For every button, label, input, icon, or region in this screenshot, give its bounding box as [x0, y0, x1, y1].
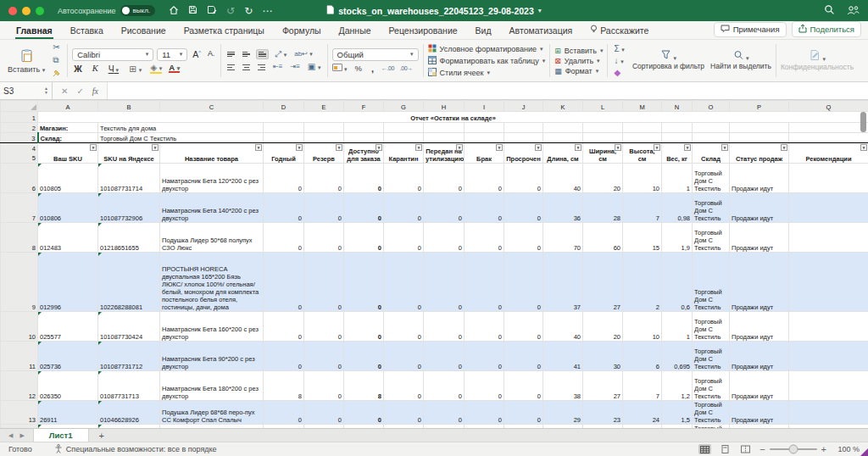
filter-button[interactable]: ▾: [721, 144, 728, 151]
format-as-table-button[interactable]: Форматировать как таблицу▾: [428, 56, 546, 66]
column-header-Q[interactable]: Q: [789, 101, 868, 112]
ribbon-tab-4[interactable]: Формулы: [281, 22, 322, 39]
column-title-3[interactable]: Годный▾: [264, 143, 304, 164]
cell[interactable]: 025736: [38, 342, 98, 371]
cell[interactable]: 0: [504, 253, 543, 312]
confirm-entry-icon[interactable]: ✓: [76, 86, 83, 96]
row-header-partial[interactable]: [1, 425, 38, 429]
format-painter-icon[interactable]: [51, 68, 63, 80]
ribbon-tab-7[interactable]: Вид: [475, 22, 492, 39]
cell[interactable]: 70: [543, 223, 583, 253]
undo-icon[interactable]: ↺: [226, 6, 235, 16]
cell[interactable]: Продажи идут: [730, 312, 789, 342]
column-header-L[interactable]: L: [583, 101, 623, 112]
merge-center-button[interactable]: ▣ ▾: [306, 62, 323, 72]
add-sheet-button[interactable]: +: [89, 429, 114, 442]
filter-button[interactable]: ▾: [781, 144, 787, 151]
align-center-button[interactable]: [241, 63, 252, 72]
cell[interactable]: 0: [344, 342, 384, 371]
cell[interactable]: 26911: [38, 401, 98, 425]
conditional-formatting-button[interactable]: Условное форматирование▾: [428, 44, 546, 54]
cell[interactable]: Торговый Дом С Текстиль: [693, 253, 730, 312]
shrink-font-button[interactable]: Aˇ: [206, 49, 216, 59]
cell[interactable]: 0,695: [662, 342, 693, 371]
cell[interactable]: 0: [504, 312, 543, 342]
page-layout-view-button[interactable]: [719, 444, 732, 454]
cell[interactable]: [583, 425, 623, 429]
cell[interactable]: 0: [504, 401, 543, 425]
zoom-slider-knob[interactable]: [788, 445, 798, 454]
cell[interactable]: 0: [384, 371, 424, 401]
share-people-icon[interactable]: [847, 3, 860, 19]
cell[interactable]: 6: [623, 342, 662, 371]
cell[interactable]: [623, 123, 662, 133]
filter-button[interactable]: ▾: [654, 144, 660, 151]
column-header-A[interactable]: A: [38, 101, 98, 112]
cell[interactable]: [424, 123, 465, 133]
column-header-O[interactable]: O: [693, 101, 730, 112]
fill-button[interactable]: ↓ ▾: [612, 56, 626, 66]
cell[interactable]: [789, 253, 868, 312]
meta-value[interactable]: Текстиль для дома: [98, 123, 264, 133]
cell[interactable]: 0: [424, 371, 465, 401]
cell[interactable]: 0: [384, 253, 424, 312]
search-icon[interactable]: [824, 3, 835, 19]
cell[interactable]: 0: [304, 193, 344, 223]
cell[interactable]: [264, 133, 304, 143]
cell[interactable]: [543, 133, 583, 143]
column-title-5[interactable]: Доступно для заказа▾: [344, 143, 384, 164]
cell[interactable]: 0: [465, 371, 504, 401]
cell[interactable]: 1,5: [662, 401, 693, 425]
cell[interactable]: 0: [264, 193, 304, 223]
filter-button[interactable]: ▾: [496, 144, 503, 151]
cell[interactable]: 0: [304, 371, 344, 401]
cell[interactable]: [789, 312, 868, 342]
cell[interactable]: 7: [623, 193, 662, 223]
column-header-N[interactable]: N: [662, 101, 693, 112]
filter-button[interactable]: ▾: [615, 144, 621, 151]
cell[interactable]: 0: [424, 164, 465, 193]
bold-button[interactable]: Ж: [72, 64, 84, 74]
cell[interactable]: 1: [662, 312, 693, 342]
row-header-6[interactable]: 6: [1, 164, 38, 193]
save-as-icon[interactable]: [207, 5, 217, 16]
cell[interactable]: [38, 425, 98, 429]
cell[interactable]: [384, 133, 424, 143]
cell[interactable]: 0: [384, 193, 424, 223]
cell[interactable]: 0: [424, 193, 465, 223]
cell[interactable]: 1,2: [662, 371, 693, 401]
cell[interactable]: 41: [543, 342, 583, 371]
row-header-3[interactable]: 3: [1, 133, 38, 143]
cell[interactable]: 10: [623, 164, 662, 193]
name-box[interactable]: S3 ▲▼: [0, 82, 53, 99]
column-title-4[interactable]: Резерв▾: [304, 143, 344, 164]
cell[interactable]: [623, 425, 662, 429]
vertical-scrollbar[interactable]: [860, 112, 867, 425]
column-title-9[interactable]: Просрочен▾: [504, 143, 543, 164]
cell[interactable]: Продажи идут: [730, 401, 789, 425]
decrease-decimal-button[interactable]: .00→: [400, 65, 413, 71]
cell[interactable]: 0: [465, 193, 504, 223]
cell[interactable]: 0: [465, 253, 504, 312]
filter-button[interactable]: ▾: [456, 144, 463, 151]
cell[interactable]: 28: [583, 193, 623, 223]
cell[interactable]: 1: [662, 164, 693, 193]
cell[interactable]: 0: [465, 164, 504, 193]
cell[interactable]: 29: [543, 401, 583, 425]
zoom-in-button[interactable]: +: [821, 444, 826, 454]
borders-button[interactable]: ⊞ ▾: [127, 64, 143, 74]
align-right-button[interactable]: [256, 63, 267, 72]
row-header-4-5[interactable]: 45: [1, 143, 38, 164]
confidentiality-button[interactable]: ▾ Конфиденциальность: [781, 49, 854, 72]
filter-button[interactable]: ▾: [296, 144, 303, 151]
cell[interactable]: 0: [504, 371, 543, 401]
cell[interactable]: [543, 425, 583, 429]
copy-icon[interactable]: ⧉: [51, 55, 63, 65]
cell[interactable]: 0: [304, 342, 344, 371]
cell[interactable]: Наматрасник Бета 140*200 с рез двухстор: [160, 193, 264, 223]
column-header-P[interactable]: P: [730, 101, 789, 112]
vertical-scrollbar-thumb[interactable]: [860, 112, 866, 132]
paste-button[interactable]: Вставить ▾: [5, 48, 47, 74]
cell[interactable]: 101087732906: [98, 193, 160, 223]
cell[interactable]: 0: [264, 164, 304, 193]
